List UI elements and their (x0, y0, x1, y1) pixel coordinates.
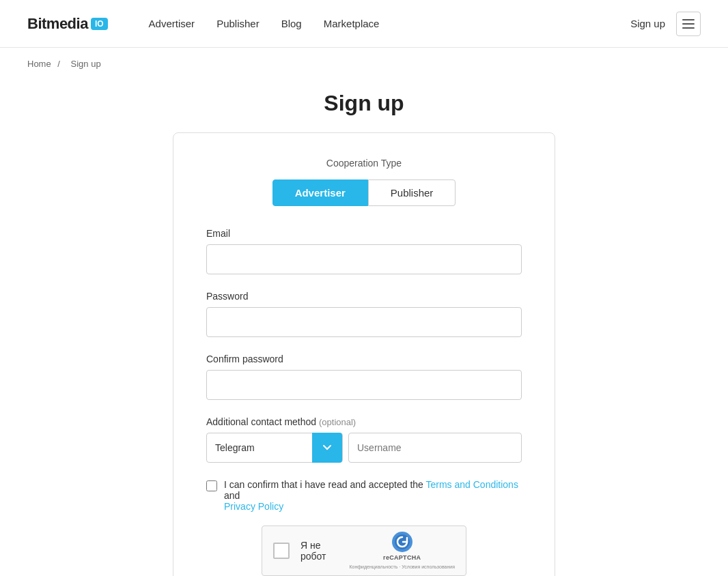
header-left: Bitmedia IO Advertiser Publisher Blog Ma… (27, 15, 379, 33)
nav-publisher[interactable]: Publisher (216, 18, 260, 29)
nav-marketplace[interactable]: Marketplace (324, 18, 380, 29)
terms-link[interactable]: Terms and Conditions (426, 479, 518, 490)
publisher-toggle-btn[interactable]: Publisher (368, 179, 456, 206)
terms-text: I can confirm that i have read and accep… (224, 479, 522, 512)
contact-select-display[interactable]: Telegram (206, 433, 343, 463)
email-input[interactable] (206, 244, 522, 274)
confirm-password-field-group: Confirm password (206, 354, 522, 400)
svg-rect-0 (682, 19, 695, 20)
signup-button[interactable]: Sign up (630, 18, 665, 29)
password-label: Password (206, 291, 522, 302)
email-field-group: Email (206, 228, 522, 274)
breadcrumb-current: Sign up (71, 59, 101, 69)
contact-method-label: Additional contact method (optional) (206, 416, 522, 427)
recaptcha-widget[interactable]: Я не робот reCAPTCHA Конфиденциальность … (262, 525, 466, 576)
confirm-password-label: Confirm password (206, 354, 522, 364)
signup-form-card: Cooperation Type Advertiser Publisher Em… (173, 132, 555, 576)
logo[interactable]: Bitmedia IO (27, 15, 108, 33)
svg-rect-1 (682, 23, 695, 25)
breadcrumb-separator: / (57, 59, 60, 69)
password-field-group: Password (206, 291, 522, 337)
recaptcha-brand: reCAPTCHA (383, 554, 421, 561)
recaptcha-logo-icon (391, 531, 413, 553)
header-right: Sign up (630, 12, 701, 36)
logo-badge: IO (91, 18, 108, 30)
privacy-policy-link[interactable]: Privacy Policy (224, 501, 283, 512)
contact-selected-value: Telegram (215, 442, 255, 453)
email-label: Email (206, 228, 522, 239)
contact-method-group: Additional contact method (optional) Tel… (206, 416, 522, 463)
main-nav: Advertiser Publisher Blog Marketplace (149, 18, 380, 29)
contact-method-select[interactable]: Telegram (206, 433, 343, 463)
contact-method-row: Telegram (206, 433, 522, 463)
recaptcha-privacy: Конфиденциальность · Условия использован… (349, 564, 455, 571)
breadcrumb-home[interactable]: Home (27, 59, 51, 69)
recaptcha-logo-area: reCAPTCHA Конфиденциальность · Условия и… (349, 531, 455, 571)
advertiser-toggle-btn[interactable]: Advertiser (272, 179, 368, 206)
logo-text: Bitmedia (27, 15, 88, 33)
recaptcha-text: Я не робот (300, 540, 338, 562)
breadcrumb: Home / Sign up (0, 48, 728, 80)
terms-checkbox[interactable] (206, 480, 217, 491)
cooperation-type-label: Cooperation Type (206, 158, 522, 169)
menu-icon[interactable] (676, 12, 701, 36)
nav-blog[interactable]: Blog (281, 18, 302, 29)
password-input[interactable] (206, 307, 522, 337)
confirm-password-input[interactable] (206, 370, 522, 400)
header: Bitmedia IO Advertiser Publisher Blog Ma… (0, 0, 728, 48)
contact-optional-label: (optional) (319, 417, 356, 427)
terms-row: I can confirm that i have read and accep… (206, 479, 522, 512)
username-input[interactable] (348, 433, 522, 463)
nav-advertiser[interactable]: Advertiser (149, 18, 195, 29)
page-title: Sign up (0, 91, 728, 116)
svg-rect-2 (682, 27, 695, 29)
recaptcha-checkbox[interactable] (273, 543, 290, 559)
cooperation-toggle: Advertiser Publisher (206, 179, 522, 206)
contact-select-arrow[interactable] (312, 433, 342, 463)
